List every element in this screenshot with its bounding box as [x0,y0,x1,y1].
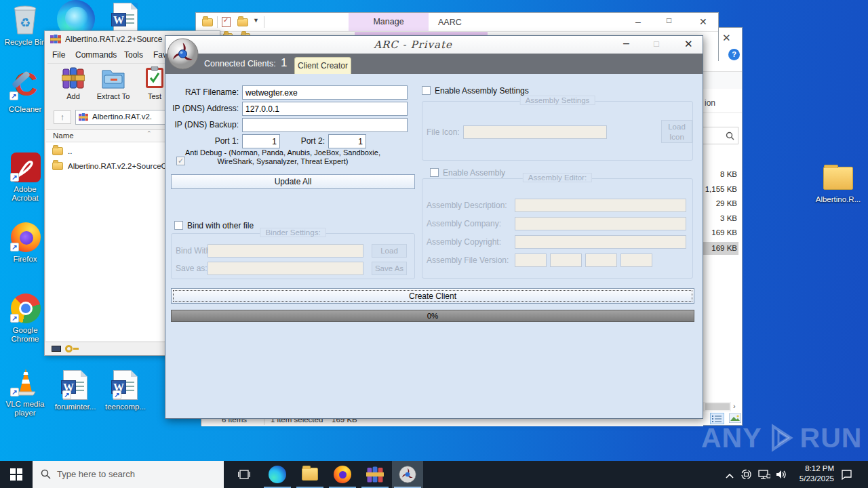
shortcut-arrow: ↗ [10,173,19,182]
taskbar-search[interactable]: Type here to search [33,461,224,488]
ip-address-input[interactable] [242,102,408,116]
minimize-icon[interactable]: – [635,16,641,27]
port2-input[interactable] [328,134,366,148]
scrollbar-arrow-right-icon[interactable]: › [733,402,736,410]
desktop-icon-vlc[interactable]: ↗ VLC media player [1,367,49,426]
assembly-copyright-input[interactable] [515,235,686,249]
bind-with-input[interactable] [208,244,363,258]
windows-start-icon [10,468,22,481]
desktop-icon-ccleaner[interactable]: C ↗ CCleaner [1,70,49,124]
enable-assembly-settings-checkbox[interactable] [422,86,431,95]
taskbar-firefox[interactable] [327,461,358,488]
assembly-company-input[interactable] [515,217,686,230]
word-icon: W [111,13,126,26]
antidebug-label-line1: Anti Debug - (Norman, Panda, Anubis, Joe… [171,148,395,157]
app-logo [167,38,199,70]
close-icon[interactable]: ✕ [684,38,693,50]
assembly-version-input-3[interactable] [585,253,617,267]
taskbar-explorer[interactable] [294,461,326,488]
toolbar-add-label: Add [57,92,90,100]
task-view-button[interactable] [229,461,259,488]
create-client-button[interactable]: Create Client [171,288,694,304]
taskbar-winrar[interactable] [359,461,391,488]
connected-clients-label: Connected Clients: [204,59,276,68]
tray-vm-icon[interactable] [741,469,752,483]
assembly-settings-title: Assembly Settings [520,96,595,105]
file-icon-label: File Icon: [427,127,460,137]
task-view-icon [238,469,250,480]
toolbar-extract-button[interactable]: Extract To [92,66,134,104]
assembly-settings-group: Assembly Settings File Icon: LoadIcon [422,101,693,161]
save-as-input[interactable] [208,262,363,275]
tray-chevron-icon[interactable] [726,470,734,483]
load-button[interactable]: Load [372,244,407,258]
desktop-icon-adobe-acrobat[interactable]: ↗ Adobe Acrobat [1,152,49,207]
start-button[interactable] [0,461,33,488]
maximize-icon[interactable]: □ [654,39,659,49]
maximize-icon[interactable]: □ [667,16,671,25]
tab-client-creator[interactable]: Client Creator [294,57,351,74]
folder-icon [52,162,63,170]
ip-backup-input[interactable] [242,118,408,132]
assembly-version-input-2[interactable] [550,253,582,267]
action-center-icon[interactable] [841,469,852,483]
menu-file[interactable]: File [52,50,65,60]
winrar-icon [79,113,88,121]
qat-folder-icon[interactable] [202,18,213,26]
load-icon-button[interactable]: LoadIcon [661,120,692,143]
sort-asc-icon: ⌃ [146,130,152,137]
qat-newfolder-icon[interactable] [237,18,248,26]
taskbar: Type here to search [0,461,868,488]
column-header-partial[interactable]: ion [705,98,715,108]
enable-assembly-checkbox[interactable] [430,168,439,177]
assembly-version-input-1[interactable] [515,253,547,267]
desktop-icon-word-doc[interactable]: W [113,3,138,33]
taskbar-edge[interactable] [262,461,293,488]
file-size-cell-selected[interactable]: 169 KB [701,242,738,255]
desktop-icon-recycle-bin[interactable]: ♻ Recycle Bin [1,5,49,50]
port1-input[interactable] [242,134,280,148]
bind-checkbox[interactable] [174,221,183,230]
close-icon[interactable]: ✕ [722,32,731,44]
desktop-icon-foruminter[interactable]: W ↗ foruminter... [53,370,98,418]
qat-properties-icon[interactable]: ✓ [222,17,231,27]
toolbar-add-button[interactable]: Add [57,66,90,104]
tray-network-icon[interactable] [758,469,770,483]
add-icon [62,66,85,89]
desktop: ♻ Recycle Bin C ↗ CCleaner ↗ Adobe Acrob… [0,0,868,488]
desktop-icon-google-chrome[interactable]: ↗ Google Chrome [1,293,49,352]
folder-icon [823,167,853,190]
enable-assembly-label: Enable Assembly [443,168,505,178]
menu-tools[interactable]: Tools [124,50,143,60]
winrar-title: Albertino.RAT.v2.2+Source [65,35,163,44]
taskbar-arc-app-active[interactable] [392,461,423,488]
assembly-editor-title: Assembly Editor: [523,173,592,182]
tray-clock[interactable]: 8:12 PM 5/23/2025 [792,464,834,485]
tray-volume-icon[interactable] [776,469,787,483]
tab-manage[interactable]: Manage [349,13,429,31]
search-placeholder: Type here to search [57,469,135,479]
file-icon-input[interactable] [463,125,607,139]
minimize-icon[interactable]: – [623,37,629,49]
save-as-button[interactable]: Save As [372,262,407,275]
help-icon[interactable]: ? [728,49,740,60]
assembly-copyright-label: Assembly Copyright: [427,237,511,247]
bind-label: Bind with other file [187,221,254,230]
scrollbar-thumb[interactable] [705,403,730,410]
rat-filename-input[interactable] [242,85,408,100]
assembly-version-input-4[interactable] [620,253,652,267]
qat-dropdown-icon[interactable]: ▼ [253,17,259,24]
update-all-button[interactable]: Update All [171,174,415,189]
menu-commands[interactable]: Commands [75,50,117,60]
antidebug-label-line2: WireShark, Sysanalyzer, Threat Expert) [171,157,395,165]
toolbar-extract-label: Extract To [92,92,134,100]
up-button[interactable]: ↑ [54,110,71,124]
desktop-icon-teencomp[interactable]: W ↗ teencomp... [103,370,148,418]
close-icon[interactable]: ✕ [699,16,707,27]
shortcut-arrow: ↗ [113,390,121,399]
header-band: Connected Clients: 1 Client Creator [165,54,703,74]
extract-to-icon [101,66,125,89]
desktop-icon-firefox[interactable]: ↗ Firefox [1,222,49,270]
assembly-description-input[interactable] [515,199,686,212]
desktop-icon-albertino-folder[interactable]: Albertino.R... [812,163,864,210]
